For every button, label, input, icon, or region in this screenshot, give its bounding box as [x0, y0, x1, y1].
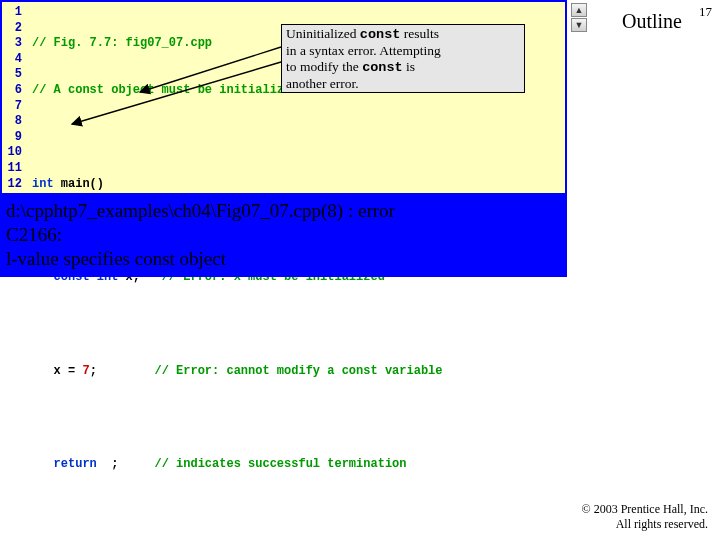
code-keyword: int [32, 177, 54, 191]
slide-number: 17 [699, 4, 712, 20]
line-number: 5 [2, 67, 22, 83]
error-line: C2166: [6, 223, 561, 247]
line-number: 9 [2, 130, 22, 146]
code-text: x = [32, 364, 82, 378]
copyright-line: All rights reserved. [582, 517, 708, 532]
code-blank [32, 410, 561, 426]
line-number: 6 [2, 83, 22, 99]
callout-line: Uninitialized const results [286, 26, 520, 43]
outline-label: Outline [622, 10, 682, 33]
line-number: 2 [2, 21, 22, 37]
code-comment: // Error: cannot modify a const variable [154, 364, 442, 378]
code-comment: // indicates successful termination [154, 457, 406, 471]
code-keyword: return [32, 457, 111, 471]
callout-box: Uninitialized const results in a syntax … [281, 24, 525, 93]
code-text: ; [90, 364, 155, 378]
copyright: © 2003 Prentice Hall, Inc. All rights re… [582, 502, 708, 532]
line-number: 8 [2, 114, 22, 130]
line-number: 10 [2, 145, 22, 161]
code-blank [32, 130, 561, 146]
callout-line: another error. [286, 76, 520, 92]
code-comment: // Fig. 7.7: fig07_07.cpp [32, 36, 212, 50]
line-number: 3 [2, 36, 22, 52]
code-blank [32, 317, 561, 333]
code-text [118, 457, 154, 471]
code-literal: 7 [82, 364, 89, 378]
line-number: 12 [2, 177, 22, 193]
line-number: 7 [2, 99, 22, 115]
error-line: d:\cpphtp7_examples\ch04\Fig07_07.cpp(8)… [6, 199, 561, 223]
code-listing: 1 2 3 4 5 6 7 8 9 10 11 12 // Fig. 7.7: … [2, 2, 565, 193]
code-text: main() [54, 177, 104, 191]
line-number: 1 [2, 5, 22, 21]
code-comment: // A const object must be initialized [32, 83, 298, 97]
line-number: 11 [2, 161, 22, 177]
nav-buttons: ▲ ▼ [571, 3, 587, 32]
copyright-line: © 2003 Prentice Hall, Inc. [582, 502, 708, 517]
code-blank [32, 504, 561, 520]
callout-line: to modify the const is [286, 59, 520, 76]
nav-up-button[interactable]: ▲ [571, 3, 587, 17]
nav-down-button[interactable]: ▼ [571, 18, 587, 32]
error-line: l-value specifies const object [6, 247, 561, 271]
line-number-gutter: 1 2 3 4 5 6 7 8 9 10 11 12 [2, 5, 22, 192]
callout-line: in a syntax error. Attempting [286, 43, 520, 59]
compiler-error-block: d:\cpphtp7_examples\ch04\Fig07_07.cpp(8)… [0, 195, 567, 277]
line-number: 4 [2, 52, 22, 68]
code-area: 1 2 3 4 5 6 7 8 9 10 11 12 // Fig. 7.7: … [0, 0, 567, 195]
